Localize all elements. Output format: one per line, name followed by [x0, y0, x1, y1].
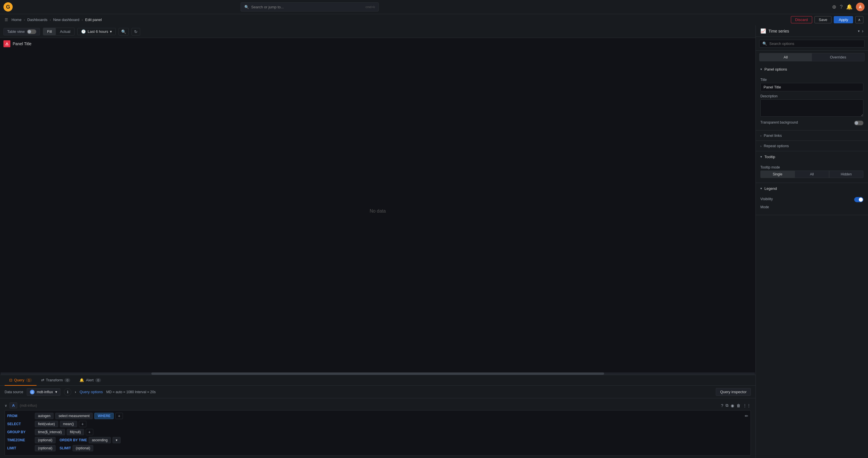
select-plus-button[interactable]: +	[79, 421, 86, 427]
fill-button[interactable]: Fill	[43, 28, 56, 35]
legend-header[interactable]: ▾ Legend	[756, 183, 868, 194]
from-where[interactable]: WHERE	[94, 413, 114, 419]
tooltip-label: Tooltip	[765, 155, 775, 159]
legend-label: Legend	[765, 187, 777, 191]
bell-icon[interactable]: 🔔	[846, 4, 852, 10]
table-view-toggle[interactable]: Table view	[3, 28, 40, 35]
repeat-options-chevron-icon: ›	[761, 144, 762, 148]
plus-icon[interactable]: ⊕	[832, 4, 836, 10]
tab-alert[interactable]: 🔔 Alert 0	[75, 375, 105, 386]
slimit-key: SLIMIT	[60, 446, 71, 450]
breadcrumb-home[interactable]: Home	[11, 18, 22, 22]
orderby-dropdown-icon[interactable]: ▾	[113, 437, 121, 443]
groupby-interval[interactable]: time($_interval)	[35, 429, 65, 435]
datasource-select[interactable]: ◎ mdt-influx ▾	[27, 388, 60, 396]
panel-options-section: ▾ Panel options Title Description Transp…	[756, 64, 868, 131]
tooltip-hidden-btn[interactable]: Hidden	[829, 171, 863, 178]
grafana-logo[interactable]: G	[3, 2, 13, 11]
panel-links-label: Panel links	[764, 133, 782, 138]
query-drag-icon[interactable]: ⋮⋮	[743, 403, 751, 408]
table-view-switch[interactable]	[27, 29, 36, 34]
legend-content: Visibility Mode	[756, 197, 868, 215]
legend-chevron-icon: ▾	[761, 187, 762, 191]
toggle-overrides[interactable]: Overrides	[812, 53, 864, 61]
from-plus-button[interactable]: +	[115, 413, 123, 419]
search-shortcut: cmd+k	[366, 5, 375, 9]
select-field-value[interactable]: field(value)	[35, 421, 58, 427]
breadcrumb-new-dashboard[interactable]: New dashboard	[53, 18, 80, 22]
query-delete-icon[interactable]: 🗑	[737, 403, 741, 408]
breadcrumb-sep-1: ›	[24, 18, 25, 22]
search-options-wrap[interactable]: 🔍	[759, 40, 865, 48]
right-panel: 📈 Time series ▾ › 🔍 All Overrides ▾ Pane…	[756, 25, 868, 458]
search-options-input[interactable]	[769, 41, 861, 46]
toggle-all[interactable]: All	[760, 53, 812, 61]
tooltip-single-btn[interactable]: Single	[761, 171, 795, 178]
query-field-limit: LIMIT (optional) SLIMIT (optional)	[7, 445, 748, 451]
left-panel: Table view Fill Actual 🕐 Last 6 hours ▾ …	[0, 25, 756, 458]
legend-visibility-row: Visibility	[761, 197, 863, 202]
select-mean[interactable]: mean()	[60, 421, 77, 427]
timezone-key: TIMEZONE	[7, 438, 33, 442]
from-measurement[interactable]: select measurement	[55, 413, 93, 419]
zoom-out-button[interactable]: 🔍	[119, 28, 129, 35]
apply-button[interactable]: Apply	[834, 16, 853, 23]
refresh-button[interactable]: ↻	[131, 28, 140, 35]
scrollbar-thumb[interactable]	[151, 372, 604, 375]
groupby-key: GROUP BY	[7, 430, 33, 434]
hamburger-menu-icon[interactable]: ☰	[5, 18, 8, 22]
repeat-options-header[interactable]: › Repeat options	[756, 141, 868, 151]
query-help-icon[interactable]: ?	[721, 403, 723, 408]
question-icon[interactable]: ?	[840, 4, 843, 10]
query-options-link[interactable]: Query options	[80, 390, 103, 394]
panel-title-input[interactable]	[761, 83, 863, 91]
collapse-panel-button[interactable]: ∧	[855, 16, 863, 23]
tab-alert-badge: 0	[95, 378, 101, 382]
avatar[interactable]: A	[856, 3, 865, 11]
panel-description-input[interactable]	[761, 99, 863, 117]
time-range-button[interactable]: 🕐 Last 6 hours ▾	[78, 28, 116, 35]
query-field-groupby: GROUP BY time($_interval) fill(null) +	[7, 429, 748, 435]
query-copy-icon[interactable]: ⧉	[725, 403, 728, 408]
panel-links-header[interactable]: › Panel links	[756, 131, 868, 141]
limit-optional[interactable]: (optional)	[35, 445, 56, 451]
orderby-ascending[interactable]: ascending	[89, 437, 111, 443]
from-autogen[interactable]: autogen	[35, 413, 54, 419]
legend-visibility-label: Visibility	[761, 197, 773, 201]
tab-transform-badge: 0	[64, 378, 70, 382]
legend-visibility-toggle[interactable]	[854, 197, 863, 202]
from-edit-icon[interactable]: ✏	[745, 413, 748, 418]
slimit-optional[interactable]: (optional)	[72, 445, 93, 451]
search-options-icon: 🔍	[763, 41, 767, 46]
tooltip-section: ▾ Tooltip Tooltip mode Single All Hidden	[756, 151, 868, 183]
tooltip-all-btn[interactable]: All	[795, 171, 829, 178]
query-tabs: ⊡ Query 1 ⇄ Transform 0 🔔 Alert 0	[0, 375, 755, 386]
groupby-fill[interactable]: fill(null)	[67, 429, 84, 435]
tooltip-header[interactable]: ▾ Tooltip	[756, 151, 868, 163]
timezone-optional[interactable]: (optional)	[35, 437, 56, 443]
breadcrumb-dashboards[interactable]: Dashboards	[27, 18, 48, 22]
collapse-query-button[interactable]: ∨	[5, 404, 7, 408]
breadcrumb-edit-panel: Edit panel	[85, 18, 102, 22]
actual-button[interactable]: Actual	[56, 28, 74, 35]
query-ds-name: (mdt-influx)	[20, 404, 37, 408]
groupby-plus-button[interactable]: +	[86, 429, 93, 435]
alert-icon: 🔔	[80, 378, 84, 382]
tab-query-badge: 1	[26, 378, 32, 382]
panel-options-content: Title Description Transparent background	[756, 78, 868, 130]
query-inspector-button[interactable]: Query inspector	[716, 388, 751, 396]
query-toggle-icon[interactable]: ◉	[731, 403, 734, 408]
discard-button[interactable]: Discard	[791, 16, 812, 23]
panel-options-header[interactable]: ▾ Panel options	[756, 64, 868, 75]
tab-query[interactable]: ⊡ Query 1	[5, 375, 36, 386]
horizontal-scrollbar[interactable]	[1, 372, 755, 375]
transparent-bg-toggle[interactable]	[854, 121, 863, 125]
viz-dropdown-icon[interactable]: ▾	[858, 29, 860, 33]
tab-transform[interactable]: ⇄ Transform 0	[36, 375, 75, 386]
save-button[interactable]: Save	[814, 16, 832, 23]
time-range-chevron-icon: ▾	[110, 29, 112, 34]
datasource-info-button[interactable]: ℹ	[64, 388, 71, 396]
viz-next-icon[interactable]: ›	[862, 29, 863, 34]
global-search[interactable]: 🔍 Search or jump to... cmd+k	[241, 2, 379, 11]
clock-icon: 🕐	[81, 29, 86, 34]
